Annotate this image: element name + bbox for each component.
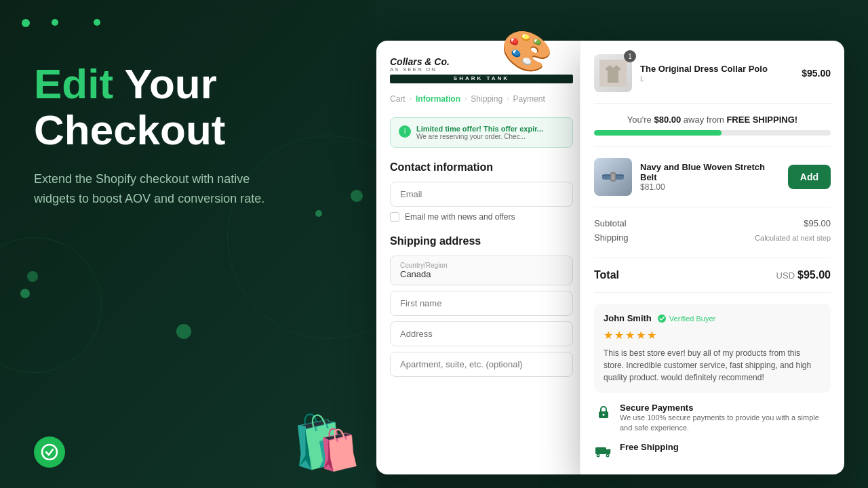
headline: Edit Your Checkout: [34, 61, 342, 153]
alert-text: Limited time offer! This offer expir... …: [416, 125, 543, 140]
breadcrumb-cart[interactable]: Cart: [390, 94, 406, 104]
star-4: ★: [636, 329, 646, 342]
shipping-calc: Calculated at next step: [755, 234, 831, 242]
subtotal-label: Subtotal: [594, 218, 627, 228]
product-badge: 1: [624, 50, 636, 62]
breadcrumb-payment[interactable]: Payment: [513, 94, 545, 104]
trust-secure-text: Secure Payments We use 100% secure payme…: [620, 403, 831, 434]
free-shipping-label: FREE SHIPPING!: [726, 115, 797, 125]
sep-1: ›: [410, 95, 412, 102]
product-name: The Original Dress Collar Polo: [640, 64, 793, 75]
sep-3: ›: [507, 95, 509, 102]
shipping-label: Shipping: [594, 232, 629, 243]
breadcrumb: Cart › Information › Shipping › Payment: [390, 94, 573, 104]
dec-dot-6: [176, 324, 191, 339]
newsletter-checkbox[interactable]: [390, 212, 399, 222]
first-name-input[interactable]: [390, 291, 573, 316]
upsell-info: Navy and Blue Woven Stretch Belt $81.00: [640, 162, 780, 192]
shipping-heading: Shipping address: [390, 235, 573, 247]
star-1: ★: [604, 329, 613, 342]
contact-heading: Contact information: [390, 161, 573, 174]
bottom-logo: [34, 436, 65, 468]
svg-point-8: [603, 414, 605, 416]
lock-svg: [596, 405, 611, 420]
total-row: Total USD$95.00: [594, 269, 831, 293]
brand-name: Collars & Co.: [390, 57, 573, 67]
verified-label: Verified Buyer: [669, 314, 715, 323]
product-info: The Original Dress Collar Polo L: [640, 64, 793, 83]
trust-secure-payments: Secure Payments We use 100% secure payme…: [594, 403, 831, 434]
star-3: ★: [625, 329, 635, 342]
review-text: This is best store ever! buy all of my p…: [604, 347, 821, 384]
upsell-image: [594, 158, 632, 196]
alert-icon: i: [399, 125, 411, 138]
total-currency: USD: [776, 270, 795, 281]
country-field[interactable]: Country/Region Canada: [390, 256, 573, 285]
totals: Subtotal $95.00 Shipping Calculated at n…: [594, 218, 831, 258]
star-2: ★: [614, 329, 624, 342]
circle-dec-2: [0, 237, 102, 373]
truck-svg: [595, 445, 612, 458]
dec-dot-2: [52, 19, 58, 26]
logo-icon: [41, 443, 58, 461]
headline-rest: Your: [113, 60, 217, 107]
upsell-item: Navy and Blue Woven Stretch Belt $81.00 …: [594, 158, 831, 207]
belt-icon: [601, 165, 625, 189]
upsell-add-button[interactable]: Add: [788, 165, 831, 189]
svg-point-13: [607, 455, 608, 456]
verified-badge: Verified Buyer: [657, 314, 715, 323]
total-label: Total: [594, 269, 619, 281]
lock-icon: [594, 403, 613, 422]
svg-rect-9: [595, 447, 606, 454]
alert-desc: We are reserving your order. Chec...: [416, 133, 543, 140]
newsletter-row[interactable]: Email me with news and offers: [390, 212, 573, 222]
verified-icon: [657, 314, 667, 323]
alert-title: Limited time offer! This offer expir...: [416, 125, 543, 133]
shipping-text-after: away from: [681, 115, 726, 125]
total-value: $95.00: [797, 269, 831, 281]
product-image-wrap: 1: [594, 54, 632, 92]
svg-point-11: [597, 455, 599, 456]
review-card: John Smith Verified Buyer ★ ★ ★ ★ ★ This…: [594, 304, 831, 393]
shipping-bar: You're $80.00 away from FREE SHIPPING!: [594, 115, 831, 147]
circle-dec-1: [227, 136, 376, 339]
upsell-price: $81.00: [640, 182, 780, 192]
trust-shipping-text: Free Shipping: [620, 442, 679, 452]
address-input[interactable]: [390, 321, 573, 346]
dec-dot-1: [22, 19, 30, 27]
country-value: Canada: [400, 269, 563, 279]
trust-shipping-title: Free Shipping: [620, 442, 679, 452]
apt-input[interactable]: [390, 352, 573, 377]
trust-secure-desc: We use 100% secure payments to provide y…: [620, 413, 831, 434]
product-price: $95.00: [802, 68, 831, 79]
shipping-bar-fill: [594, 130, 722, 136]
star-rating: ★ ★ ★ ★ ★: [604, 329, 821, 342]
email-input[interactable]: [390, 182, 573, 207]
order-panel: 1 The Original Dress Collar Polo L $95.0…: [580, 41, 844, 474]
shipping-amount: $80.00: [654, 115, 681, 125]
svg-point-0: [42, 445, 57, 460]
upsell-name: Navy and Blue Woven Stretch Belt: [640, 162, 780, 182]
store-logo: Collars & Co. AS SEEN ON SHARK TANK: [390, 57, 573, 83]
left-panel: Edit Your Checkout Extend the Shopify ch…: [0, 0, 376, 488]
svg-rect-5: [612, 174, 614, 180]
product-item: 1 The Original Dress Collar Polo L $95.0…: [594, 54, 831, 104]
breadcrumb-shipping[interactable]: Shipping: [471, 94, 502, 104]
shark-bar: SHARK TANK: [390, 75, 573, 83]
logo-circle: [34, 436, 65, 468]
breadcrumb-information[interactable]: Information: [416, 94, 460, 104]
total-amount: USD$95.00: [776, 269, 831, 281]
newsletter-label: Email me with news and offers: [405, 212, 515, 222]
brand-sub: AS SEEN ON: [390, 67, 573, 73]
shipping-text-before: You're: [627, 115, 654, 125]
dec-dot-3: [94, 19, 100, 26]
headline-edit: Edit: [34, 60, 113, 107]
truck-icon: [594, 442, 613, 461]
product-variant: L: [640, 75, 793, 83]
sep-2: ›: [465, 95, 467, 102]
alert-banner: i Limited time offer! This offer expir..…: [390, 117, 573, 148]
product-img-svg: [599, 60, 627, 87]
trust-free-shipping: Free Shipping: [594, 442, 831, 461]
subtotal-row: Subtotal $95.00: [594, 218, 831, 228]
shipping-row: Shipping Calculated at next step: [594, 232, 831, 243]
